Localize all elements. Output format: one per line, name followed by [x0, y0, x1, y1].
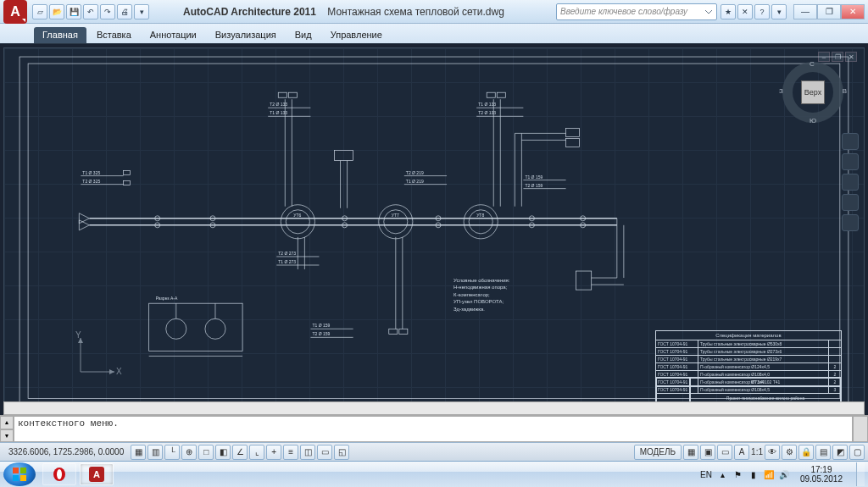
status-dyn-icon[interactable]: + — [266, 445, 281, 460]
qat-redo-icon[interactable]: ↷ — [100, 4, 115, 19]
legend-line: УП-узел ПОВОРОТА; — [453, 298, 510, 305]
tab-visualize[interactable]: Визуализация — [207, 27, 285, 43]
svg-text:Т1 Ø 159: Т1 Ø 159 — [525, 174, 542, 180]
tab-home[interactable]: Главная — [34, 27, 86, 43]
svg-rect-29 — [497, 92, 505, 97]
document-name: Монтажная схема тепловой сети.dwg — [327, 6, 504, 18]
svg-point-99 — [57, 469, 62, 479]
svg-rect-40 — [566, 128, 580, 136]
status-snap-icon[interactable]: ▦ — [131, 445, 146, 460]
status-bar: 3326.6006, 1725.2986, 0.0000 ▦ ▥ └ ⊕ □ ◧… — [0, 442, 868, 461]
status-otrack-icon[interactable]: ∠ — [232, 445, 248, 460]
svg-rect-24 — [278, 92, 287, 97]
tray-flag-icon[interactable]: ⚑ — [732, 468, 744, 480]
taskbar-opera-icon[interactable] — [42, 463, 76, 485]
close-button[interactable]: ✕ — [841, 4, 865, 19]
svg-point-51 — [166, 318, 186, 339]
status-ws-icon[interactable]: ⚙ — [782, 445, 797, 460]
status-qp-icon[interactable]: ▭ — [317, 445, 332, 460]
window-controls: — ❐ ✕ — [793, 4, 865, 19]
tab-manage[interactable]: Управление — [322, 27, 391, 43]
ribbon-tabs: Главная Вставка Аннотации Визуализация В… — [0, 24, 868, 44]
drawing-area: – ❐ ✕ — [0, 44, 868, 415]
tab-insert[interactable]: Вставка — [88, 27, 140, 43]
status-tpy-icon[interactable]: ◫ — [300, 445, 315, 460]
status-annovis-icon[interactable]: 👁 — [765, 445, 780, 460]
svg-rect-57 — [124, 171, 131, 175]
infocenter-star-icon[interactable]: ★ — [721, 4, 736, 19]
svg-text:Т2 Ø 159: Т2 Ø 159 — [312, 331, 330, 336]
svg-text:Разрез А-А: Разрез А-А — [156, 296, 178, 301]
command-resize-grip[interactable] — [853, 416, 868, 442]
app-logo[interactable]: A — [3, 0, 27, 24]
tray-lang[interactable]: EN — [700, 470, 712, 479]
tab-view[interactable]: Вид — [287, 27, 320, 43]
status-layout-icon[interactable]: ▦ — [683, 445, 698, 460]
status-ortho-icon[interactable]: └ — [164, 445, 180, 460]
status-grid-icon[interactable]: ▥ — [147, 445, 163, 460]
status-clean-icon[interactable]: ▢ — [849, 445, 865, 460]
legend-line: Зд-задвижка. — [453, 306, 510, 313]
model-viewport[interactable]: – ❐ ✕ — [3, 47, 865, 415]
svg-point-52 — [205, 318, 225, 339]
svg-text:Т1 Ø 273: Т1 Ø 273 — [278, 259, 296, 264]
qat-new-icon[interactable]: ▱ — [32, 4, 47, 19]
qat-save-icon[interactable]: 💾 — [66, 4, 81, 19]
status-lock-icon[interactable]: 🔒 — [798, 445, 814, 460]
svg-rect-41 — [566, 138, 580, 147]
coordinates-readout[interactable]: 3326.6006, 1725.2986, 0.0000 — [3, 447, 129, 457]
viewcube-top-face[interactable]: Верх — [801, 80, 825, 104]
tab-annotate[interactable]: Аннотации — [142, 27, 205, 43]
tray-battery-icon[interactable]: ▮ — [748, 468, 760, 480]
status-hw-icon[interactable]: ▤ — [815, 445, 831, 460]
nav-orbit-icon[interactable] — [842, 194, 859, 211]
nav-pan-icon[interactable] — [842, 153, 859, 170]
infocenter-exchange-icon[interactable]: ✕ — [737, 4, 753, 19]
cmd-history-arrows[interactable]: ▲▼ — [0, 416, 14, 442]
qat-open-icon[interactable]: 📂 — [49, 4, 64, 19]
svg-text:Т1 Ø 219: Т1 Ø 219 — [406, 179, 424, 184]
show-desktop-button[interactable] — [856, 462, 865, 486]
nav-wheel-icon[interactable] — [842, 133, 859, 150]
taskbar-autocad-icon[interactable]: A — [80, 463, 114, 485]
minimize-button[interactable]: — — [793, 4, 817, 19]
maximize-button[interactable]: ❐ — [817, 4, 841, 19]
status-sc-icon[interactable]: ◱ — [334, 445, 349, 460]
viewcube[interactable]: Верх С Ю В З — [782, 62, 843, 123]
command-input[interactable]: контекстного меню. — [14, 416, 853, 442]
search-dropdown-icon[interactable] — [703, 6, 715, 18]
tray-volume-icon[interactable]: 🔊 — [778, 468, 790, 480]
infocenter-help-icon[interactable]: ? — [754, 4, 770, 19]
status-isolate-icon[interactable]: ◩ — [832, 445, 848, 460]
qat-more-icon[interactable]: ▾ — [134, 4, 149, 19]
status-lwt-icon[interactable]: ≡ — [283, 445, 298, 460]
nav-showmotion-icon[interactable] — [842, 214, 859, 231]
status-qview-icon[interactable]: ▣ — [700, 445, 715, 460]
tray-show-hidden-icon[interactable]: ▴ — [717, 468, 729, 480]
qat-print-icon[interactable]: 🖨 — [117, 4, 132, 19]
search-placeholder: Введите ключевое слово/фразу — [560, 7, 687, 16]
svg-text:Y: Y — [75, 330, 81, 340]
status-annoscale-icon[interactable]: A — [734, 445, 749, 460]
search-input[interactable]: Введите ключевое слово/фразу — [556, 3, 717, 20]
status-ducs-icon[interactable]: ⌞ — [249, 445, 264, 460]
command-line: ▲▼ контекстного меню. — [0, 415, 868, 442]
status-maximize-icon[interactable]: ▭ — [717, 445, 732, 460]
svg-text:Т1 Ø 133: Т1 Ø 133 — [270, 110, 287, 115]
status-polar-icon[interactable]: ⊕ — [181, 445, 197, 460]
nav-zoom-icon[interactable] — [842, 174, 859, 191]
horizontal-scrollbar[interactable] — [3, 401, 865, 415]
svg-rect-42 — [335, 150, 353, 160]
svg-rect-96 — [13, 475, 19, 481]
start-button[interactable] — [3, 462, 36, 486]
anno-scale-value[interactable]: 1:1 — [751, 447, 763, 457]
infocenter-dropdown-icon[interactable]: ▾ — [771, 4, 787, 19]
svg-rect-50 — [149, 303, 242, 351]
tray-network-icon[interactable]: 📶 — [763, 468, 775, 480]
status-osnap-icon[interactable]: □ — [198, 445, 214, 460]
svg-rect-95 — [20, 468, 26, 473]
model-space-button[interactable]: МОДЕЛЬ — [634, 445, 682, 460]
tray-clock[interactable]: 17:19 09.05.2012 — [795, 465, 848, 484]
status-3dosnap-icon[interactable]: ◧ — [215, 445, 231, 460]
qat-undo-icon[interactable]: ↶ — [83, 4, 98, 19]
